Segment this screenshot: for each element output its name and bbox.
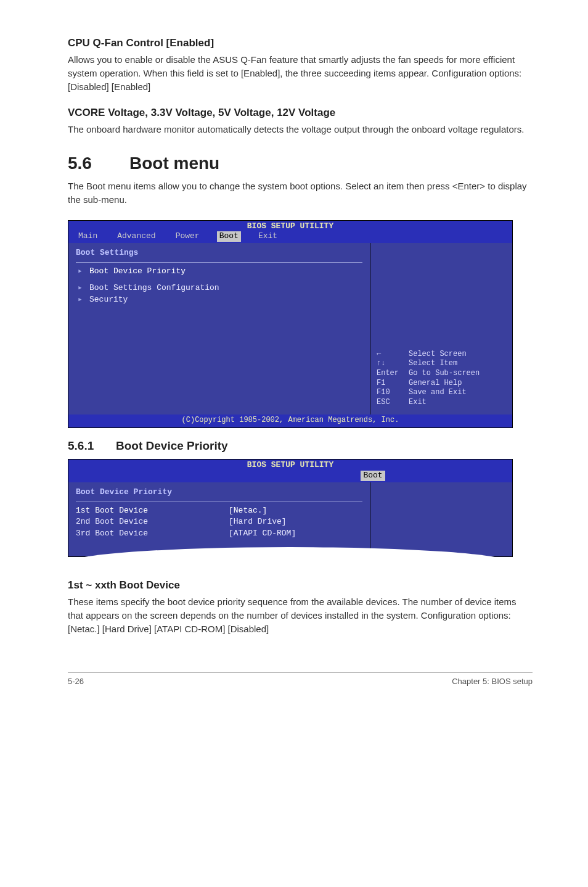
bios-title: BIOS SETUP UTILITY	[68, 221, 512, 232]
row-2nd-boot-device[interactable]: 2nd Boot Device [Hard Drive]	[76, 517, 362, 527]
hint-select-item: ↑↓Select Item	[377, 359, 506, 369]
menu-item-boot-settings-config[interactable]: ▸ Boot Settings Configuration	[76, 283, 362, 294]
hint-enter: EnterGo to Sub-screen	[377, 369, 506, 379]
xxth-boot-title: 1st ~ xxth Boot Device	[68, 579, 533, 592]
bios-copyright: (C)Copyright 1985-2002, American Megatre…	[68, 415, 512, 427]
hint-select-screen: ←Select Screen	[377, 350, 506, 360]
bios-help-pane: ←Select Screen ↑↓Select Item EnterGo to …	[370, 243, 512, 415]
boot-menu-body: The Boot menu items allow you to change …	[68, 179, 533, 207]
bios-title: BIOS SETUP UTILITY	[68, 460, 512, 471]
bios-boot-settings: BIOS SETUP UTILITY Main Advanced Power B…	[68, 220, 513, 428]
submenu-arrow-icon: ▸	[76, 295, 84, 305]
heading-text: Boot menu	[129, 154, 219, 173]
row-value: [ATAPI CD-ROM]	[229, 529, 296, 539]
hint-f10: F10Save and Exit	[377, 388, 506, 398]
boot-device-priority-heading: 5.6.1Boot Device Priority	[68, 439, 533, 453]
heading-num: 5.6	[68, 154, 129, 173]
page-footer: 5-26 Chapter 5: BIOS setup	[68, 672, 533, 686]
row-label: 2nd Boot Device	[76, 517, 224, 527]
vcore-title: VCORE Voltage, 3.3V Voltage, 5V Voltage,…	[68, 107, 533, 119]
bios-left-pane: Boot Device Priority 1st Boot Device [Ne…	[68, 482, 370, 557]
row-1st-boot-device[interactable]: 1st Boot Device [Netac.]	[76, 506, 362, 516]
cpu-qfan-body: Allows you to enable or disable the ASUS…	[68, 53, 533, 93]
hint-esc: ESCExit	[377, 398, 506, 408]
submenu-arrow-icon: ▸	[76, 283, 84, 294]
bios-tab-bar: Main Advanced Power Boot Exit	[68, 231, 512, 243]
cpu-qfan-title: CPU Q-Fan Control [Enabled]	[68, 37, 533, 49]
subheading-num: 5.6.1	[68, 439, 116, 453]
boot-menu-heading: 5.6Boot menu	[68, 154, 533, 173]
bios-section-header: Boot Settings	[76, 248, 362, 263]
bios-section-header: Boot Device Priority	[76, 487, 362, 502]
menu-label: Boot Settings Configuration	[89, 283, 219, 294]
vcore-body: The onboard hardware monitor automatical…	[68, 123, 533, 136]
chapter-label: Chapter 5: BIOS setup	[452, 677, 533, 686]
menu-label: Boot Device Priority	[89, 266, 186, 277]
menu-label: Security	[89, 295, 128, 305]
tab-boot[interactable]: Boot	[217, 231, 241, 242]
bios-left-pane: Boot Settings ▸ Boot Device Priority ▸ B…	[68, 243, 370, 415]
hint-f1: F1General Help	[377, 379, 506, 389]
row-3rd-boot-device[interactable]: 3rd Boot Device [ATAPI CD-ROM]	[76, 529, 362, 539]
submenu-arrow-icon: ▸	[76, 266, 84, 277]
xxth-boot-body: These items specify the boot device prio…	[68, 595, 533, 635]
tab-boot[interactable]: Boot	[361, 471, 385, 481]
menu-item-security[interactable]: ▸ Security	[76, 295, 362, 305]
subheading-text: Boot Device Priority	[116, 439, 228, 452]
bios-help-pane	[370, 482, 512, 557]
row-value: [Hard Drive]	[229, 517, 287, 527]
row-label: 3rd Boot Device	[76, 529, 224, 539]
row-label: 1st Boot Device	[76, 506, 224, 516]
tab-exit[interactable]: Exit	[256, 231, 280, 242]
tab-power[interactable]: Power	[173, 231, 202, 242]
row-value: [Netac.]	[229, 506, 267, 516]
tab-advanced[interactable]: Advanced	[115, 231, 158, 242]
bios-boot-device-priority: BIOS SETUP UTILITY Boot Boot Device Prio…	[68, 459, 513, 557]
tab-main[interactable]: Main	[76, 231, 100, 242]
menu-item-boot-device-priority[interactable]: ▸ Boot Device Priority	[76, 266, 362, 277]
page-number: 5-26	[68, 677, 84, 686]
bios-tab-bar: Boot	[68, 471, 512, 482]
